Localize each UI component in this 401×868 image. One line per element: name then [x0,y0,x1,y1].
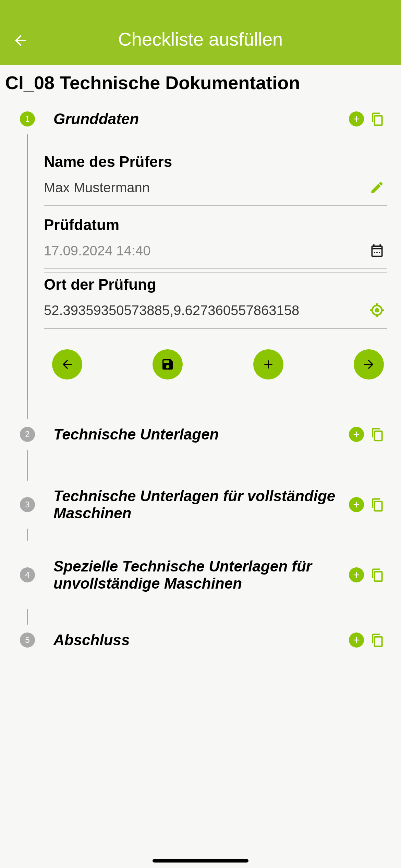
prev-button[interactable] [52,349,82,379]
field-inspector: Name des Prüfers Max Mustermann [44,153,387,206]
add-button-step-2[interactable] [346,424,367,445]
home-indicator [153,859,248,863]
next-button[interactable] [354,349,384,379]
plus-icon [262,358,275,371]
copy-icon [369,111,385,126]
step-badge-5: 5 [20,632,35,648]
plus-circle-icon [349,632,364,648]
step-title-5: Abschluss [53,631,343,649]
arrow-right-icon [362,358,376,371]
copy-icon [369,497,385,512]
copy-button-step-3[interactable] [367,494,387,515]
svg-rect-0 [375,116,382,125]
field-location: Ort der Prüfung 52.39359350573885,9.6273… [44,276,387,329]
copy-icon [369,567,385,582]
copy-icon [369,427,385,442]
copy-button-step-2[interactable] [367,424,387,445]
step-header-3[interactable]: 3 Technische Unterlagen für vollständige… [20,481,387,529]
pencil-icon [369,180,385,195]
step-title-1: Grunddaten [53,110,343,128]
save-button[interactable] [153,349,183,379]
plus-circle-icon [349,111,364,126]
step-actions [44,339,387,400]
calendar-icon [369,243,385,258]
step-header-5[interactable]: 5 Abschluss [20,625,387,655]
svg-rect-6 [375,637,382,647]
add-button-step-4[interactable] [346,565,367,585]
arrow-left-icon [60,358,74,371]
plus-circle-icon [349,427,364,442]
back-button[interactable] [10,30,31,51]
location-label: Ort der Prüfung [44,276,387,293]
app-header: Checkliste ausfüllen [0,0,401,65]
page-title: Cl_08 Technische Dokumentation [0,65,401,104]
step-header-2[interactable]: 2 Technische Unterlagen [20,419,387,450]
edit-inspector-button[interactable] [367,177,387,198]
svg-rect-3 [375,431,382,441]
step-badge-2: 2 [20,427,35,442]
crosshair-icon [369,302,385,318]
plus-circle-icon [349,497,364,512]
step-badge-1: 1 [20,111,35,126]
add-button-step-1[interactable] [346,109,367,129]
step-1-content: Name des Prüfers Max Mustermann Prüfdatu… [20,134,387,400]
copy-button-step-1[interactable] [367,109,387,129]
arrow-left-icon [12,32,29,49]
step-badge-3: 3 [20,497,35,512]
step-title-2: Technische Unterlagen [53,426,343,443]
copy-button-step-4[interactable] [367,565,387,585]
svg-point-1 [375,308,379,313]
step-badge-4: 4 [20,567,35,582]
save-icon [161,358,174,371]
step-header-4[interactable]: 4 Spezielle Technische Unterlagen für un… [20,541,387,609]
step-title-3: Technische Unterlagen für vollständige M… [53,487,343,522]
field-date: Prüfdatum 17.09.2024 14:40 [44,216,387,273]
locate-button[interactable] [367,300,387,321]
svg-rect-4 [375,502,382,511]
inspector-value: Max Mustermann [44,179,367,196]
svg-rect-5 [375,572,382,581]
header-title: Checkliste ausfüllen [0,28,401,50]
pick-date-button[interactable] [367,240,387,261]
add-button[interactable] [253,349,283,379]
step-title-4: Spezielle Technische Unterlagen für unvo… [53,558,343,592]
inspector-label: Name des Prüfers [44,153,387,170]
add-button-step-5[interactable] [346,630,367,650]
copy-button-step-5[interactable] [367,630,387,650]
date-label: Prüfdatum [44,216,387,233]
steps-container: 1 Grunddaten Name des Prüfers Max Muster… [0,104,401,655]
copy-icon [369,632,385,648]
connector-1 [20,134,35,400]
plus-circle-icon [349,567,364,582]
add-button-step-3[interactable] [346,494,367,515]
step-header-1[interactable]: 1 Grunddaten [20,104,387,134]
date-value: 17.09.2024 14:40 [44,242,367,260]
location-value: 52.39359350573885,9.627360557863158 [44,301,367,319]
